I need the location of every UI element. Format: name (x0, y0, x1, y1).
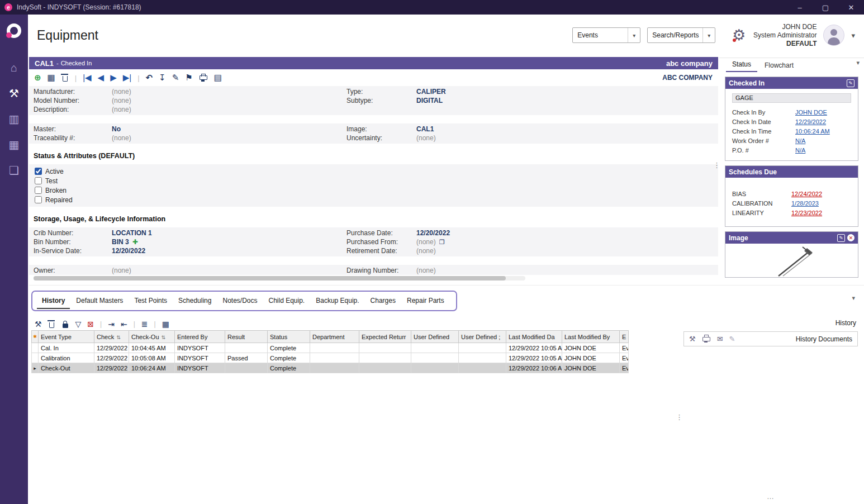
filter-icon[interactable]: ▽ (75, 320, 82, 329)
docs-tools-icon[interactable]: ⚒ (689, 335, 696, 343)
column-header[interactable]: Department (310, 331, 359, 343)
history-lock-icon[interactable] (63, 324, 68, 328)
detail-value-link[interactable]: JOHN DOE (795, 109, 827, 116)
schedule-date-link[interactable]: 12/23/2022 (791, 210, 822, 216)
add-bin-icon[interactable]: ✚ (132, 238, 138, 246)
undo-icon[interactable]: ↶ (146, 73, 153, 83)
detail-value-link[interactable]: 12/29/2022 (795, 118, 826, 125)
column-header[interactable]: Expected Returr (359, 331, 411, 343)
caliper-image (725, 244, 858, 277)
attribute-checkbox[interactable] (35, 187, 42, 194)
attribute-row[interactable]: Active (29, 167, 718, 176)
delete-record-icon[interactable] (63, 76, 68, 82)
detail-label: Check In By (732, 109, 795, 116)
detail-value-link[interactable]: 10:06:24 AM (795, 128, 830, 135)
list-view-icon[interactable]: ≣ (141, 320, 148, 329)
remove-image-icon[interactable]: ✕ (847, 234, 854, 241)
edit-checkin-icon[interactable]: ✎ (847, 79, 854, 87)
export-icon[interactable]: ↧ (159, 73, 166, 83)
schedule-date-link[interactable]: 12/24/2022 (791, 191, 822, 197)
clear-filter-icon[interactable]: ⊠ (87, 320, 94, 329)
bottom-collapse-chevron-icon[interactable]: ▾ (852, 294, 855, 302)
sidebar-item[interactable]: ▥ (0, 106, 28, 132)
table-row[interactable]: Cal. In 12/29/2022 10:04:45 AM INDYSOFT … (32, 343, 629, 353)
checkin-detail-list: Check In By JOHN DOE Check In Date 12/29… (732, 107, 851, 155)
detail-value-link[interactable]: N/A (795, 147, 805, 154)
detail-tab[interactable]: Repair Parts (402, 293, 449, 309)
gage-field[interactable]: GAGE (732, 93, 851, 103)
first-record-icon[interactable]: |◀ (83, 73, 91, 83)
attribute-checkbox[interactable] (35, 196, 42, 203)
sidebar-item[interactable]: ⌂ (0, 55, 28, 80)
user-menu-chevron-icon[interactable]: ▾ (851, 31, 855, 40)
form-row: Manufacturer: (none) Type: CALIPER (29, 87, 718, 96)
export-row-icon[interactable]: ⇤ (121, 320, 127, 329)
column-header[interactable]: Check-Ou⇅ (129, 331, 175, 343)
detail-value-link[interactable]: N/A (795, 137, 805, 144)
schedule-date-link[interactable]: 1/28/2023 (791, 200, 819, 207)
column-header[interactable]: User Defined (411, 331, 459, 343)
attribute-checkbox[interactable] (35, 177, 42, 184)
minimize-button[interactable]: – (787, 0, 813, 15)
maximize-button[interactable]: ▢ (813, 0, 838, 15)
search-reports-dropdown[interactable]: Search/Reports ▾ (647, 27, 715, 43)
print-icon[interactable] (200, 75, 207, 80)
attribute-row[interactable]: Test (29, 176, 718, 186)
panel-collapse-chevron-icon[interactable]: ▾ (856, 59, 860, 66)
column-header[interactable]: Result (225, 331, 268, 343)
side-panel-tab[interactable]: Status (726, 58, 757, 72)
bottom-horizontal-splitter-handle[interactable]: … (767, 492, 775, 501)
attribute-checkbox[interactable] (35, 168, 42, 175)
column-header[interactable]: Check⇅ (94, 331, 129, 343)
scrollbar-thumb[interactable] (34, 276, 506, 280)
detail-tab[interactable]: Child Equip. (264, 293, 310, 309)
previous-record-icon[interactable]: ◀ (98, 73, 105, 83)
sidebar-item[interactable]: ▦ (0, 132, 28, 158)
side-panel-tab[interactable]: Flowchart (758, 59, 800, 72)
detail-tab[interactable]: Notes/Docs (217, 293, 262, 309)
form-row: In-Service Date: 12/20/2022 Retirement D… (29, 246, 718, 255)
detail-tab[interactable]: Backup Equip. (311, 293, 364, 309)
new-event-icon[interactable]: ▦ (162, 320, 169, 329)
settings-gear-icon[interactable]: ⚙ (732, 28, 746, 43)
docs-email-icon[interactable]: ✉ (717, 335, 723, 343)
last-record-icon[interactable]: ▶| (123, 73, 131, 83)
docs-note-icon[interactable]: ✎ (729, 335, 735, 343)
column-header[interactable]: Last Modified By (562, 331, 620, 343)
add-record-icon[interactable]: ⊕ (34, 73, 41, 83)
report-document-icon[interactable]: ▤ (214, 73, 222, 83)
external-link-icon[interactable]: ❐ (439, 239, 445, 245)
column-header[interactable]: Entered By (175, 331, 225, 343)
detail-tab[interactable]: Test Points (129, 293, 172, 309)
events-dropdown[interactable]: Events ▾ (572, 27, 640, 43)
schedule-icon[interactable]: ▦ (48, 73, 55, 83)
table-row[interactable]: Check-Out 12/29/2022 10:06:24 AM INDYSOF… (32, 363, 629, 373)
sidebar-item[interactable]: ❏ (0, 158, 28, 183)
column-header[interactable]: Last Modified Da (506, 331, 562, 343)
detail-tab[interactable]: Default Masters (71, 293, 128, 309)
next-record-icon[interactable]: ▶ (110, 73, 117, 83)
sidebar-item[interactable]: ⚒ (0, 80, 28, 106)
edit-record-icon[interactable]: ✎ (172, 73, 179, 83)
close-button[interactable]: ✕ (838, 0, 864, 15)
user-info: JOHN DOE System Administrator DEFAULT (752, 23, 816, 48)
column-header[interactable]: Status (268, 331, 310, 343)
form-horizontal-scrollbar[interactable] (34, 276, 525, 280)
detail-tab[interactable]: Charges (365, 293, 401, 309)
bookmark-flag-icon[interactable]: ⚑ (185, 73, 192, 83)
import-row-icon[interactable]: ⇥ (108, 320, 115, 329)
edit-image-icon[interactable]: ✎ (837, 234, 845, 242)
attribute-row[interactable]: Broken (29, 186, 718, 195)
column-header[interactable]: User Defined ; (459, 331, 506, 343)
history-delete-icon[interactable] (49, 322, 54, 328)
detail-tab[interactable]: Scheduling (173, 293, 216, 309)
detail-tab[interactable]: History (37, 293, 70, 309)
docs-print-icon[interactable] (702, 337, 710, 341)
bottom-vertical-splitter-handle[interactable]: ⋮ (676, 413, 683, 421)
history-tools-icon[interactable]: ⚒ (35, 320, 42, 329)
table-row[interactable]: Calibration 12/29/2022 10:05:08 AM INDYS… (32, 353, 629, 363)
column-header[interactable]: Event Type (39, 331, 94, 343)
attribute-row[interactable]: Repaired (29, 195, 718, 205)
user-avatar[interactable] (823, 25, 844, 46)
column-header[interactable]: E (620, 331, 629, 343)
